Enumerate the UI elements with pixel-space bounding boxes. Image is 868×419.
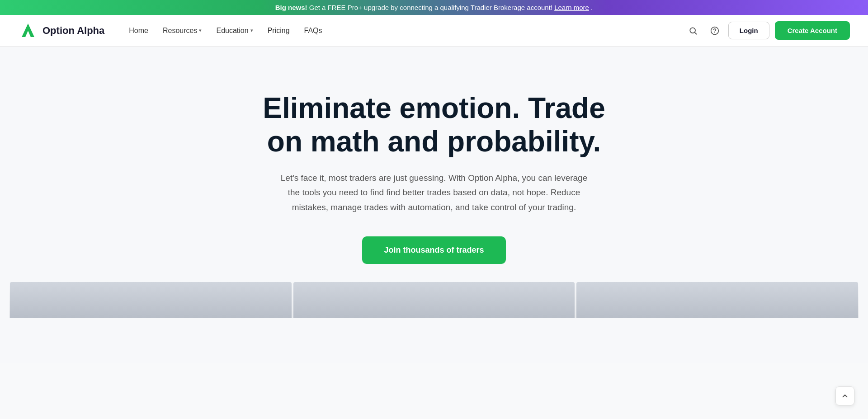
- banner-link[interactable]: Learn more: [554, 4, 589, 11]
- nav-item-pricing[interactable]: Pricing: [261, 23, 296, 38]
- screenshot-2: [293, 282, 575, 318]
- cta-button[interactable]: Join thousands of traders: [362, 236, 505, 264]
- navbar-actions: Login Create Account: [685, 21, 850, 40]
- screenshots-preview: [9, 282, 859, 318]
- search-button[interactable]: [685, 23, 701, 39]
- hero-subtitle: Let's face it, most traders are just gue…: [276, 171, 592, 215]
- help-button[interactable]: [707, 23, 723, 39]
- banner-text: Get a FREE Pro+ upgrade by connecting a …: [309, 4, 552, 11]
- nav-link-faqs[interactable]: FAQs: [298, 23, 329, 38]
- nav-item-resources[interactable]: Resources ▾: [156, 23, 208, 38]
- logo-text: Option Alpha: [42, 25, 104, 37]
- logo-icon: [18, 21, 38, 41]
- nav-link-resources[interactable]: Resources ▾: [156, 23, 208, 38]
- nav-menu: Home Resources ▾ Education ▾ Pricing FAQ…: [123, 23, 685, 38]
- nav-link-pricing[interactable]: Pricing: [261, 23, 296, 38]
- hero-title: Eliminate emotion. Trade on math and pro…: [253, 92, 615, 158]
- nav-link-education[interactable]: Education ▾: [210, 23, 259, 38]
- login-button[interactable]: Login: [728, 22, 769, 39]
- svg-line-1: [695, 32, 697, 34]
- education-chevron-icon: ▾: [250, 28, 253, 33]
- screenshot-3: [576, 282, 858, 318]
- create-account-button[interactable]: Create Account: [775, 21, 850, 40]
- nav-link-home[interactable]: Home: [123, 23, 155, 38]
- nav-item-home[interactable]: Home: [123, 23, 155, 38]
- search-icon: [689, 26, 698, 35]
- hero-section: Eliminate emotion. Trade on math and pro…: [0, 47, 868, 363]
- nav-item-education[interactable]: Education ▾: [210, 23, 259, 38]
- navbar: Option Alpha Home Resources ▾ Education …: [0, 15, 868, 47]
- resources-chevron-icon: ▾: [199, 28, 202, 33]
- banner-bold: Big news!: [275, 4, 307, 11]
- screenshot-1: [10, 282, 292, 318]
- top-banner: Big news! Get a FREE Pro+ upgrade by con…: [0, 0, 868, 15]
- logo-link[interactable]: Option Alpha: [18, 21, 104, 41]
- nav-item-faqs[interactable]: FAQs: [298, 23, 329, 38]
- help-icon: [710, 26, 719, 35]
